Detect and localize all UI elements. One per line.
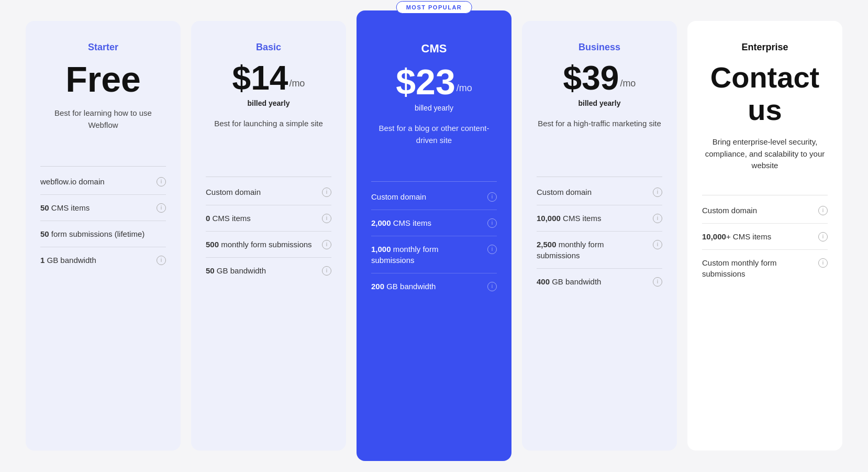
divider-starter xyxy=(40,166,166,167)
feature-text: 50 form submissions (lifetime) xyxy=(40,228,166,239)
price-amount: $23 xyxy=(396,62,455,102)
price-amount: $39 xyxy=(563,59,619,97)
info-icon[interactable]: i xyxy=(157,203,166,213)
feature-text: 2,000 CMS items xyxy=(371,217,487,228)
plan-card-enterprise: EnterpriseContact usBring enterprise-lev… xyxy=(687,21,842,451)
feature-text: 400 GB bandwidth xyxy=(537,276,653,287)
feature-list-enterprise: Custom domain i 10,000+ CMS items i Cust… xyxy=(702,197,828,287)
info-icon[interactable]: i xyxy=(653,240,662,249)
feature-item: Custom domain i xyxy=(371,184,497,210)
plan-price-business: $39/mo xyxy=(537,61,662,95)
feature-list-business: Custom domain i 10,000 CMS items i 2,500… xyxy=(537,179,662,294)
price-suffix: /mo xyxy=(289,78,305,89)
info-icon[interactable]: i xyxy=(818,232,828,242)
feature-text: 0 CMS items xyxy=(206,213,322,224)
feature-item: Custom domain i xyxy=(537,179,662,205)
info-icon[interactable]: i xyxy=(653,277,662,287)
info-icon[interactable]: i xyxy=(157,256,166,265)
feature-item: Custom monthly form submissions i xyxy=(702,250,828,287)
divider-cms xyxy=(371,181,497,182)
info-icon[interactable]: i xyxy=(487,192,497,202)
plan-card-cms: MOST POPULARCMS $23/mo billed yearlyBest… xyxy=(357,10,511,461)
plan-price-basic: $14/mo xyxy=(206,61,331,95)
info-icon[interactable]: i xyxy=(322,266,331,276)
divider-enterprise xyxy=(702,195,828,195)
info-icon[interactable]: i xyxy=(487,282,497,291)
info-icon[interactable]: i xyxy=(818,258,828,268)
feature-text: 50 GB bandwidth xyxy=(206,265,322,276)
info-icon[interactable]: i xyxy=(322,188,331,197)
feature-item: 50 GB bandwidth i xyxy=(206,258,331,283)
feature-text: 50 CMS items xyxy=(40,202,157,213)
feature-list-cms: Custom domain i 2,000 CMS items i 1,000 … xyxy=(371,184,497,299)
plan-description-enterprise: Bring enterprise-level security, complia… xyxy=(702,136,828,178)
info-icon[interactable]: i xyxy=(157,177,166,186)
feature-text: 2,500 monthly form submissions xyxy=(537,239,653,261)
feature-item: 0 CMS items i xyxy=(206,205,331,232)
feature-list-basic: Custom domain i 0 CMS items i 500 monthl… xyxy=(206,179,331,283)
feature-text: Custom domain xyxy=(702,205,818,216)
feature-text: Custom domain xyxy=(206,186,322,197)
plan-price-enterprise: Contact us xyxy=(702,61,828,126)
plan-price-cms: $23/mo xyxy=(371,64,497,100)
plan-description-business: Best for a high-traffic marketing site xyxy=(537,118,662,160)
feature-item: Custom domain i xyxy=(702,197,828,224)
info-icon[interactable]: i xyxy=(653,214,662,223)
most-popular-badge: MOST POPULAR xyxy=(396,1,472,14)
plan-name-starter: Starter xyxy=(40,42,166,53)
feature-text: Custom domain xyxy=(537,186,653,197)
feature-item: 2,000 CMS items i xyxy=(371,210,497,236)
plan-price-starter: Free xyxy=(40,61,166,97)
feature-text: Custom domain xyxy=(371,191,487,202)
plan-card-starter: StarterFreeBest for learning how to use … xyxy=(26,21,181,451)
info-icon[interactable]: i xyxy=(818,206,828,215)
plan-name-enterprise: Enterprise xyxy=(702,42,828,53)
feature-text: 1,000 monthly form submissions xyxy=(371,244,487,266)
price-billing-business: billed yearly xyxy=(537,99,662,107)
plan-description-cms: Best for a blog or other content-driven … xyxy=(371,123,497,164)
info-icon[interactable]: i xyxy=(322,240,331,249)
price-suffix: /mo xyxy=(620,78,636,89)
feature-text: Custom monthly form submissions xyxy=(702,257,818,279)
feature-text: 10,000 CMS items xyxy=(537,213,653,224)
plan-card-basic: Basic $14/mo billed yearlyBest for launc… xyxy=(191,21,346,451)
info-icon[interactable]: i xyxy=(653,188,662,197)
plan-card-business: Business $39/mo billed yearlyBest for a … xyxy=(522,21,677,451)
feature-item: Custom domain i xyxy=(206,179,331,205)
feature-item: 1 GB bandwidth i xyxy=(40,247,166,273)
divider-basic xyxy=(206,177,331,177)
feature-item: 2,500 monthly form submissions i xyxy=(537,232,662,269)
price-suffix: /mo xyxy=(457,83,472,93)
feature-item: webflow.io domain i xyxy=(40,169,166,195)
feature-item: 400 GB bandwidth i xyxy=(537,269,662,294)
info-icon[interactable]: i xyxy=(487,218,497,228)
plan-description-basic: Best for launching a simple site xyxy=(206,118,331,160)
feature-text: 10,000+ CMS items xyxy=(702,231,818,242)
feature-item: 200 GB bandwidth i xyxy=(371,273,497,299)
feature-text: 200 GB bandwidth xyxy=(371,281,487,292)
feature-item: 10,000 CMS items i xyxy=(537,205,662,232)
feature-item: 50 CMS items i xyxy=(40,195,166,221)
price-amount: $14 xyxy=(232,59,288,97)
price-billing-basic: billed yearly xyxy=(206,99,331,107)
price-billing-cms: billed yearly xyxy=(371,104,497,112)
feature-item: 500 monthly form submissions i xyxy=(206,232,331,258)
feature-item: 1,000 monthly form submissions i xyxy=(371,236,497,273)
feature-text: 500 monthly form submissions xyxy=(206,239,322,250)
feature-item: 50 form submissions (lifetime) xyxy=(40,221,166,247)
info-icon[interactable]: i xyxy=(322,214,331,223)
feature-text: webflow.io domain xyxy=(40,176,157,187)
plan-name-business: Business xyxy=(537,42,662,53)
divider-business xyxy=(537,177,662,177)
plan-name-cms: CMS xyxy=(371,42,497,56)
plan-name-basic: Basic xyxy=(206,42,331,53)
plan-description-starter: Best for learning how to use Webflow xyxy=(40,107,166,149)
feature-text: 1 GB bandwidth xyxy=(40,255,157,266)
info-icon[interactable]: i xyxy=(487,245,497,254)
feature-list-starter: webflow.io domain i 50 CMS items i 50 fo… xyxy=(40,169,166,273)
feature-item: 10,000+ CMS items i xyxy=(702,224,828,250)
pricing-grid: StarterFreeBest for learning how to use … xyxy=(20,21,848,461)
